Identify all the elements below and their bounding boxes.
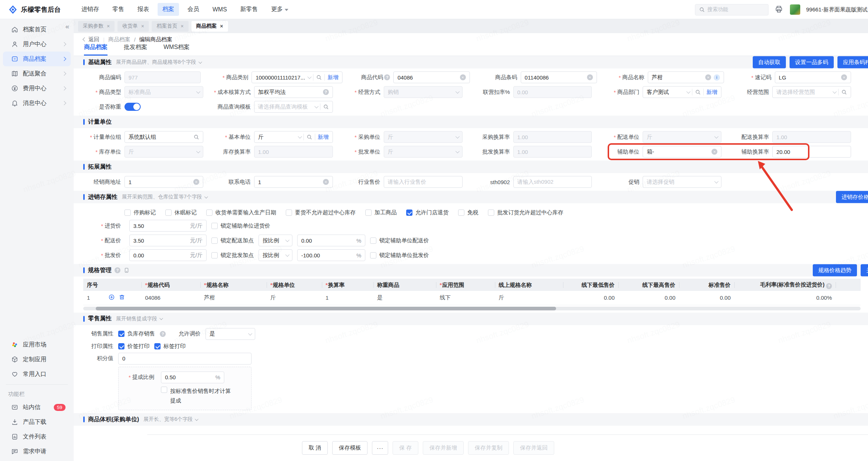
inventory-flag-checkbox[interactable]: 停购标记 bbox=[124, 209, 156, 216]
field-select[interactable]: 斤 bbox=[384, 146, 463, 158]
search-icon[interactable] bbox=[841, 89, 847, 95]
inventory-flag-checkbox[interactable]: 收货单需要输入生产日期 bbox=[206, 209, 276, 216]
section-expand-toggle[interactable]: 展开长、宽等6个字段 bbox=[144, 416, 198, 423]
sidebar-item[interactable]: 商品档案 bbox=[3, 52, 71, 66]
nav-item[interactable]: 更多 bbox=[266, 3, 293, 16]
tab-close-icon[interactable]: × bbox=[180, 24, 183, 29]
commission-rate-input[interactable]: 0.50 % bbox=[161, 372, 224, 383]
add-row-icon[interactable] bbox=[108, 294, 115, 302]
negative-stock-checkbox[interactable]: 负库存销售 bbox=[118, 330, 155, 337]
sidebar-item[interactable]: 用户中心 bbox=[3, 37, 71, 52]
chevron-down-icon[interactable] bbox=[455, 134, 459, 138]
save-button[interactable]: 保 存 bbox=[393, 441, 418, 455]
auto-fetch-button[interactable]: 自动获取 bbox=[753, 56, 786, 68]
subtab[interactable]: WMS档案 bbox=[164, 43, 190, 56]
save-button[interactable]: 保存并新增 bbox=[423, 441, 464, 455]
nav-item[interactable]: 新零售 bbox=[235, 3, 263, 16]
chevron-down-icon[interactable] bbox=[196, 149, 200, 153]
clear-icon[interactable]: × bbox=[705, 74, 711, 80]
field-input[interactable]: 20.00 bbox=[772, 146, 851, 158]
spec-cell[interactable]: 0.00% bbox=[734, 291, 836, 305]
field-select[interactable]: 斤 bbox=[124, 146, 203, 158]
field-select[interactable]: 斤 bbox=[643, 131, 721, 143]
purchase-price-input[interactable]: 3.50 元/斤 bbox=[129, 220, 207, 232]
wholesale-markup-mode-select[interactable]: 按比例 bbox=[259, 249, 292, 261]
printer-icon[interactable] bbox=[774, 5, 784, 14]
section-expand-toggle[interactable]: 展开采购范围、仓库位置等7个字段 bbox=[122, 194, 207, 200]
nav-item[interactable]: WMS bbox=[208, 4, 232, 15]
subtab[interactable]: 商品档案 bbox=[84, 43, 108, 56]
search-icon[interactable] bbox=[695, 89, 701, 95]
label-print-checkbox[interactable]: 标签打印 bbox=[154, 343, 186, 350]
field-select[interactable]: 购销 bbox=[384, 86, 463, 98]
spec-price-trend-button[interactable]: 规格价格趋势 bbox=[813, 264, 857, 277]
clear-icon[interactable]: × bbox=[193, 179, 199, 185]
field-select[interactable]: 请选择经营范围 bbox=[772, 86, 851, 98]
clear-icon[interactable]: × bbox=[711, 149, 717, 155]
sidebar-item[interactable]: 应用市场 bbox=[3, 337, 71, 352]
scrollbar-thumb[interactable] bbox=[96, 307, 556, 310]
field-input[interactable]: 04086× bbox=[393, 71, 470, 83]
field-select[interactable]: 标准商品 bbox=[124, 86, 203, 98]
tab-close-icon[interactable]: × bbox=[220, 24, 223, 29]
footer-button[interactable]: 保存模板 bbox=[332, 441, 368, 455]
price-tag-print-checkbox[interactable]: 价签打印 bbox=[118, 343, 150, 350]
field-input[interactable]: 1× bbox=[254, 176, 333, 188]
clear-icon[interactable]: × bbox=[323, 179, 329, 185]
nav-item[interactable]: 会员 bbox=[183, 3, 204, 16]
help-icon[interactable]: ? bbox=[115, 267, 120, 273]
device-icon[interactable] bbox=[123, 267, 129, 273]
spec-cell[interactable]: 线下 bbox=[436, 291, 495, 305]
field-input[interactable]: 977 bbox=[124, 71, 201, 83]
sidebar-item[interactable]: 费用中心 bbox=[3, 81, 71, 96]
field-input[interactable]: 加权平均法? bbox=[254, 86, 333, 98]
field-input[interactable]: 请输入sth0902 bbox=[513, 176, 592, 188]
spec-cell[interactable]: 0.00 bbox=[618, 291, 679, 305]
nav-item[interactable]: 零售 bbox=[108, 3, 129, 16]
search-icon[interactable] bbox=[306, 134, 312, 140]
section-expand-toggle[interactable]: 展开销售提成字段 bbox=[116, 316, 162, 322]
chevron-down-icon[interactable] bbox=[714, 179, 718, 183]
tab[interactable]: 商品档案× bbox=[191, 21, 228, 32]
field-input[interactable]: 0.00 bbox=[513, 86, 592, 98]
price-trend-button[interactable]: 进销存价格趋势 bbox=[836, 191, 868, 203]
allow-adjust-select[interactable]: 是 bbox=[205, 328, 255, 340]
clear-icon[interactable]: × bbox=[460, 74, 466, 80]
tab[interactable]: 收货单× bbox=[117, 21, 149, 32]
add-new-link[interactable]: 新增 bbox=[327, 74, 338, 81]
lock-wholesale-markup-checkbox[interactable]: 锁定批发加点 bbox=[211, 252, 254, 259]
barcode-scale-button[interactable]: 应用条码秤 bbox=[837, 56, 868, 68]
field-select[interactable]: 斤新增 bbox=[254, 131, 333, 143]
spec-cell[interactable]: 04086 bbox=[141, 291, 200, 305]
tab[interactable]: 采购参数× bbox=[78, 21, 115, 32]
inventory-flag-checkbox[interactable]: 要货不允许超过中心库存 bbox=[286, 209, 356, 216]
delivery-markup-mode-select[interactable]: 按比例 bbox=[259, 235, 292, 246]
footer-button[interactable]: 取 消 bbox=[302, 441, 328, 455]
sidebar-item[interactable]: 常用入口 bbox=[3, 367, 71, 381]
field-input[interactable]: 请输入行业售价 bbox=[384, 176, 463, 188]
spec-cell[interactable]: 是 bbox=[373, 291, 436, 305]
sidebar-item[interactable]: 产品下载 bbox=[3, 415, 71, 429]
inventory-flag-checkbox[interactable]: 批发订货允许超过中心库存 bbox=[488, 209, 563, 216]
tab[interactable]: 档案首页× bbox=[152, 21, 188, 32]
breadcrumb-parent[interactable]: 商品档案 bbox=[108, 36, 130, 43]
tab-close-icon[interactable]: × bbox=[141, 24, 144, 29]
save-button[interactable]: 保存并复制 bbox=[468, 441, 509, 455]
spec-cell[interactable]: 斤 bbox=[267, 291, 322, 305]
clear-icon[interactable]: × bbox=[587, 74, 593, 80]
chevron-down-icon[interactable] bbox=[455, 149, 459, 153]
sidebar-item[interactable]: 档案首页 bbox=[3, 22, 71, 37]
field-select[interactable]: 系统默认组 bbox=[124, 131, 203, 143]
lock-aux-purchase-checkbox[interactable]: 锁定辅助单位进货价 bbox=[211, 222, 270, 229]
add-new-link[interactable]: 新增 bbox=[318, 134, 329, 141]
chevron-down-icon[interactable] bbox=[686, 89, 690, 94]
inventory-flag-checkbox[interactable]: 允许门店退货 bbox=[406, 209, 449, 216]
sidebar-item[interactable]: 需求申请 bbox=[3, 444, 71, 459]
field-input[interactable]: 1.00 bbox=[254, 146, 333, 158]
inventory-flag-checkbox[interactable]: 休眠标记 bbox=[165, 209, 197, 216]
inventory-flag-checkbox[interactable]: 加工商品 bbox=[365, 209, 397, 216]
delivery-markup-pct-input[interactable]: 0.00 % bbox=[297, 235, 365, 246]
field-input[interactable]: LG× bbox=[775, 71, 851, 83]
search-icon[interactable] bbox=[323, 104, 329, 110]
sidebar-item[interactable]: 站内信59 bbox=[3, 400, 71, 415]
